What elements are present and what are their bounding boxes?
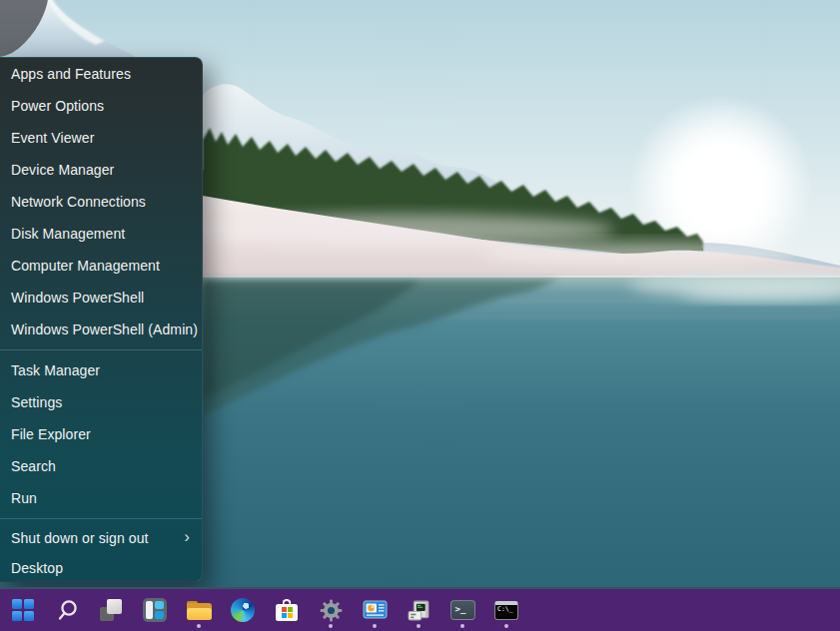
widgets-button[interactable] (142, 589, 168, 631)
running-indicator (417, 624, 420, 628)
menu-separator (0, 518, 202, 519)
running-indicator (197, 624, 201, 628)
menu-item-device-manager[interactable]: Device Manager (0, 154, 202, 186)
powershell-icon: >_ (450, 600, 475, 620)
settings-gear-icon (319, 598, 344, 623)
menu-item-computer-management[interactable]: Computer Management (0, 250, 202, 282)
menu-item-power-options[interactable]: Power Options (0, 90, 202, 122)
powershell-button[interactable]: >_ (449, 589, 475, 631)
task-manager-button[interactable] (362, 589, 388, 631)
running-indicator (373, 624, 377, 628)
menu-item-disk-management[interactable]: Disk Management (0, 218, 202, 250)
running-indicator (460, 624, 464, 628)
search-button[interactable] (54, 589, 80, 631)
menu-item-windows-powershell-admin[interactable]: Windows PowerShell (Admin) (0, 314, 202, 345)
file-explorer-icon (187, 598, 212, 622)
microsoft-store-icon (275, 598, 299, 622)
widgets-icon (143, 598, 167, 622)
menu-item-shut-down-or-sign-out[interactable]: Shut down or sign out › (0, 523, 202, 553)
taskbar: >_ C:\_ (0, 587, 840, 631)
microsoft-store-button[interactable] (274, 589, 300, 631)
edge-icon (231, 598, 255, 622)
menu-item-search[interactable]: Search (0, 450, 202, 482)
menu-separator (0, 349, 202, 350)
menu-item-label: Shut down or sign out (11, 530, 149, 546)
computer-management-icon (407, 598, 431, 623)
submenu-chevron-icon: › (185, 529, 190, 545)
task-manager-icon (363, 598, 388, 622)
task-view-icon (99, 598, 123, 622)
file-explorer-button[interactable] (186, 589, 212, 631)
running-indicator (329, 624, 333, 628)
menu-item-network-connections[interactable]: Network Connections (0, 186, 202, 218)
computer-management-button[interactable] (406, 589, 431, 631)
menu-item-desktop[interactable]: Desktop (0, 553, 202, 583)
command-prompt-icon: C:\_ (494, 601, 518, 620)
start-button[interactable] (10, 589, 36, 631)
settings-button[interactable] (318, 589, 344, 631)
task-view-button[interactable] (98, 589, 124, 631)
menu-item-run[interactable]: Run (0, 482, 202, 514)
menu-item-windows-powershell[interactable]: Windows PowerShell (0, 282, 202, 314)
running-indicator (504, 624, 508, 628)
windows-logo-icon (12, 599, 34, 621)
edge-button[interactable] (230, 589, 256, 631)
sun (681, 147, 761, 227)
winx-context-menu: Apps and Features Power Options Event Vi… (0, 57, 203, 582)
menu-item-file-explorer[interactable]: File Explorer (0, 418, 202, 450)
command-prompt-button[interactable]: C:\_ (493, 589, 519, 631)
menu-item-task-manager[interactable]: Task Manager (0, 354, 202, 386)
menu-item-settings[interactable]: Settings (0, 386, 202, 418)
menu-item-apps-and-features[interactable]: Apps and Features (0, 58, 202, 90)
menu-item-event-viewer[interactable]: Event Viewer (0, 122, 202, 154)
desktop[interactable]: Apps and Features Power Options Event Vi… (0, 0, 840, 631)
search-icon (56, 599, 79, 622)
